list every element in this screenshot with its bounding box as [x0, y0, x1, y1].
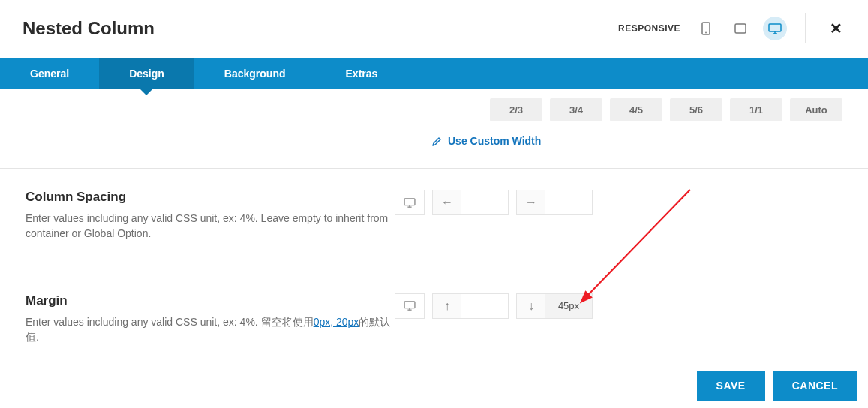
- svg-rect-2: [735, 24, 746, 33]
- section-info: Column Spacing Enter values including an…: [26, 190, 395, 242]
- header-controls: RESPONSIVE ✕: [618, 14, 845, 44]
- arrow-up-icon: ↑: [433, 294, 461, 318]
- mobile-icon: [701, 22, 710, 35]
- arrow-down-icon: ↓: [517, 294, 545, 318]
- device-mobile-button[interactable]: [694, 16, 718, 40]
- arrow-right-icon: →: [517, 190, 545, 214]
- device-tablet-button[interactable]: [728, 16, 752, 40]
- width-options: 2/3 3/4 4/5 5/6 1/1 Auto: [0, 89, 868, 122]
- width-option[interactable]: Auto: [790, 98, 842, 122]
- content-area: 2/3 3/4 4/5 5/6 1/1 Auto Use Custom Widt…: [0, 89, 868, 374]
- pencil-icon: [432, 136, 442, 146]
- footer: SAVE CANCEL: [0, 363, 868, 408]
- spacing-right-input[interactable]: [545, 190, 592, 214]
- divider: [805, 14, 806, 44]
- svg-point-1: [705, 32, 707, 34]
- tab-background[interactable]: Background: [194, 58, 316, 89]
- width-option[interactable]: 1/1: [730, 98, 782, 122]
- margin-desc: Enter values including any valid CSS uni…: [26, 314, 395, 345]
- custom-width-label: Use Custom Width: [448, 135, 541, 147]
- column-spacing-controls: ← →: [395, 190, 593, 242]
- svg-rect-3: [769, 24, 781, 32]
- margin-bottom-input[interactable]: [545, 294, 592, 318]
- desktop-icon: [768, 23, 782, 34]
- spacing-right-group: →: [516, 190, 593, 215]
- desktop-icon: [404, 301, 416, 310]
- header: Nested Column RESPONSIVE ✕: [0, 0, 868, 58]
- width-option[interactable]: 3/4: [550, 98, 602, 122]
- width-option[interactable]: 4/5: [610, 98, 662, 122]
- tab-bar: General Design Background Extras: [0, 58, 868, 89]
- section-info: Margin Enter values including any valid …: [26, 293, 395, 345]
- margin-top-input[interactable]: [461, 294, 508, 318]
- margin-section: Margin Enter values including any valid …: [0, 272, 868, 374]
- width-option[interactable]: 2/3: [490, 98, 542, 122]
- margin-desc-pre: Enter values including any valid CSS uni…: [26, 316, 314, 328]
- page-title: Nested Column: [23, 18, 155, 39]
- margin-bottom-group: ↓: [516, 293, 593, 319]
- tab-general[interactable]: General: [0, 58, 99, 89]
- margin-controls: ↑ ↓: [395, 293, 593, 345]
- device-desktop-button[interactable]: [763, 16, 787, 40]
- responsive-toggle[interactable]: [395, 293, 425, 319]
- width-option[interactable]: 5/6: [670, 98, 722, 122]
- column-spacing-section: Column Spacing Enter values including an…: [0, 168, 868, 272]
- margin-top-group: ↑: [432, 293, 509, 319]
- spacing-left-group: ←: [432, 190, 509, 215]
- tab-design[interactable]: Design: [99, 58, 194, 89]
- cancel-button[interactable]: CANCEL: [773, 370, 857, 400]
- tab-extras[interactable]: Extras: [316, 58, 408, 89]
- spacing-left-input[interactable]: [461, 190, 508, 214]
- responsive-toggle[interactable]: [395, 190, 425, 215]
- save-button[interactable]: SAVE: [697, 370, 765, 400]
- margin-title: Margin: [26, 293, 395, 308]
- svg-rect-6: [404, 198, 415, 205]
- column-spacing-desc: Enter values including any valid CSS uni…: [26, 211, 395, 242]
- responsive-label: RESPONSIVE: [618, 23, 680, 34]
- arrow-left-icon: ←: [433, 190, 461, 214]
- custom-width-link[interactable]: Use Custom Width: [0, 122, 868, 168]
- close-button[interactable]: ✕: [827, 15, 845, 42]
- tablet-icon: [734, 23, 746, 34]
- margin-default-link[interactable]: 0px, 20px: [314, 316, 359, 328]
- column-spacing-title: Column Spacing: [26, 190, 395, 205]
- desktop-icon: [404, 198, 416, 208]
- svg-rect-9: [404, 302, 415, 308]
